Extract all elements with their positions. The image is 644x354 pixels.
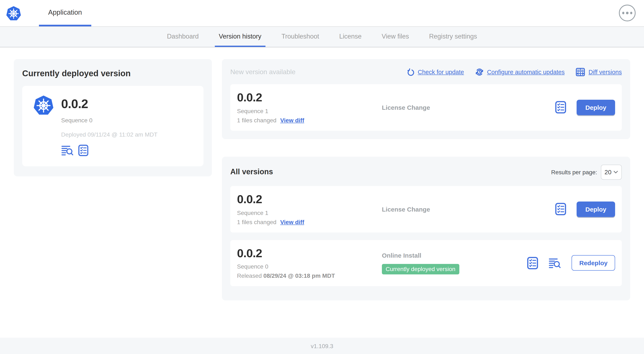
configure-automatic-updates-link[interactable]: Configure automatic updates: [475, 68, 565, 76]
new-version-available-card: New version available Check for update C…: [222, 59, 630, 139]
tab-dashboard[interactable]: Dashboard: [163, 27, 203, 47]
view-diff-link[interactable]: View diff: [280, 218, 304, 225]
tab-version-history[interactable]: Version history: [214, 27, 266, 47]
tab-view-files[interactable]: View files: [378, 27, 413, 47]
currently-deployed-title: Currently deployed version: [22, 69, 204, 78]
tab-registry-settings[interactable]: Registry settings: [425, 27, 481, 47]
currently-deployed-card: Currently deployed version 0.0.2 Sequenc…: [14, 59, 212, 176]
check-for-update-label: Check for update: [418, 69, 464, 75]
released-date: 08/29/24 @ 03:18 pm MDT: [264, 272, 335, 279]
ellipsis-icon: [626, 12, 628, 14]
configure-automatic-updates-label: Configure automatic updates: [487, 69, 565, 75]
kots-admin-console: Application Dashboard Version history Tr…: [0, 0, 644, 354]
view-logs-icon: [549, 258, 561, 268]
preflight-checks-icon: [555, 203, 566, 215]
versions-column: New version available Check for update C…: [222, 59, 630, 300]
overflow-menu-button[interactable]: [619, 5, 636, 21]
view-logs-button[interactable]: [61, 145, 74, 156]
redeploy-button[interactable]: Redeploy: [572, 255, 615, 271]
refresh-icon: [406, 68, 414, 76]
tab-troubleshoot[interactable]: Troubleshoot: [277, 27, 323, 47]
files-changed-label: 1 files changed: [237, 117, 276, 124]
top-bar: Application: [0, 0, 644, 26]
deployed-timestamp: Deployed 09/11/24 @ 11:02 am MDT: [61, 131, 158, 138]
preflight-checks-button[interactable]: [555, 203, 566, 215]
main-content: Currently deployed version 0.0.2 Sequenc…: [0, 47, 644, 338]
all-versions-card: All versions Results per page: 20 0.0.2: [222, 157, 630, 300]
preflight-checks-icon: [78, 145, 88, 156]
sequence-label: Sequence 1: [237, 108, 375, 114]
all-versions-title: All versions: [230, 168, 273, 177]
version-source-label: License Change: [382, 205, 555, 213]
new-version-row: 0.0.2 Sequence 1 1 files changed View di…: [230, 84, 622, 131]
currently-deployed-version-tile: 0.0.2 Sequence 0 Deployed 09/11/24 @ 11:…: [22, 86, 204, 166]
diff-versions-label: Diff versions: [588, 69, 622, 75]
view-diff-link[interactable]: View diff: [280, 117, 304, 124]
check-for-update-link[interactable]: Check for update: [406, 68, 464, 76]
new-version-available-title: New version available: [230, 68, 296, 76]
ellipsis-icon: [630, 12, 632, 14]
results-per-page-label: Results per page:: [551, 169, 597, 176]
sequence-label: Sequence 1: [237, 209, 375, 216]
files-changed-label: 1 files changed: [237, 218, 276, 225]
version-label: 0.0.2: [237, 91, 375, 104]
preflight-checks-button[interactable]: [555, 101, 566, 114]
version-source-label: Online Install: [382, 252, 528, 259]
console-version-label: v1.109.3: [311, 342, 333, 349]
deployed-version-label: 0.0.2: [61, 98, 158, 110]
ellipsis-icon: [622, 12, 624, 14]
view-logs-icon: [61, 145, 74, 156]
version-row-sequence-1: 0.0.2 Sequence 1 1 files changed View di…: [230, 186, 622, 232]
version-source-label: License Change: [382, 104, 555, 111]
view-logs-button[interactable]: [549, 258, 561, 268]
app-nav-tabs: Dashboard Version history Troubleshoot L…: [0, 26, 644, 47]
deployed-sequence-label: Sequence 0: [61, 117, 158, 124]
version-row-sequence-0: 0.0.2 Sequence 0 Released 08/29/24 @ 03:…: [230, 240, 622, 286]
version-label: 0.0.2: [237, 193, 375, 206]
app-title: Application: [48, 8, 82, 16]
kubernetes-logo-icon: [6, 6, 21, 21]
diff-versions-link[interactable]: Diff versions: [576, 68, 622, 76]
app-tab-application[interactable]: Application: [39, 0, 91, 26]
page-footer: v1.109.3: [0, 338, 644, 354]
preflight-checks-button[interactable]: [78, 145, 88, 156]
currently-deployed-badge: Currently deployed version: [382, 264, 459, 274]
preflight-checks-icon: [555, 101, 566, 114]
version-label: 0.0.2: [237, 247, 375, 260]
deploy-button[interactable]: Deploy: [576, 100, 615, 115]
kubernetes-icon: [33, 95, 54, 116]
preflight-checks-button[interactable]: [528, 257, 538, 269]
tab-license[interactable]: License: [335, 27, 366, 47]
released-prefix: Released: [237, 272, 262, 279]
results-per-page-value: 20: [604, 169, 611, 176]
schedule-update-icon: [475, 68, 484, 76]
released-timestamp: Released 08/29/24 @ 03:18 pm MDT: [237, 272, 375, 279]
preflight-checks-icon: [528, 257, 538, 269]
diff-icon: [576, 68, 585, 76]
sequence-label: Sequence 0: [237, 263, 375, 270]
deploy-button[interactable]: Deploy: [576, 201, 615, 217]
chevron-down-icon: [614, 171, 618, 174]
results-per-page-select[interactable]: 20: [601, 165, 622, 180]
